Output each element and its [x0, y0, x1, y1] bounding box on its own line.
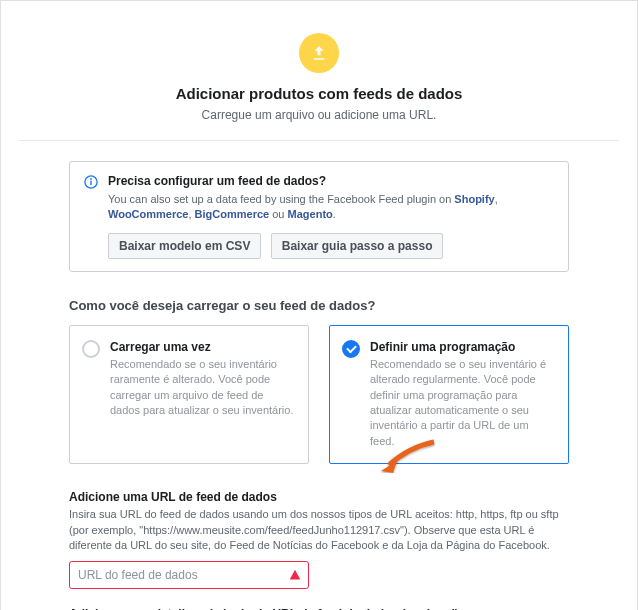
option-schedule[interactable]: Definir uma programação Recomendado se o… [329, 325, 569, 464]
page-title: Adicionar produtos com feeds de dados [19, 85, 619, 102]
info-icon [84, 175, 98, 189]
upload-icon [299, 33, 339, 73]
option-once-title: Carregar uma vez [110, 340, 294, 354]
download-csv-button[interactable]: Baixar modelo em CSV [108, 233, 261, 259]
option-schedule-desc: Recomendado se o seu inventário é altera… [370, 357, 554, 449]
feed-url-input[interactable] [69, 561, 309, 589]
download-guide-button[interactable]: Baixar guia passo a passo [271, 233, 444, 259]
link-magento[interactable]: Magento [288, 208, 333, 220]
link-bigcommerce[interactable]: BigCommerce [195, 208, 270, 220]
option-once-desc: Recomendado se o seu inventário rarament… [110, 357, 294, 419]
info-title: Precisa configurar um feed de dados? [108, 174, 554, 188]
link-woocommerce[interactable]: WooCommerce [108, 208, 188, 220]
radio-checked-icon [342, 340, 360, 358]
page-header: Adicionar produtos com feeds de dados Ca… [19, 1, 619, 141]
svg-point-1 [90, 178, 92, 180]
svg-rect-2 [90, 181, 91, 185]
option-upload-once[interactable]: Carregar uma vez Recomendado se o seu in… [69, 325, 309, 464]
url-field-desc: Insira sua URL do feed de dados usando u… [69, 507, 569, 553]
info-box: Precisa configurar um feed de dados? You… [69, 161, 569, 272]
info-text: You can also set up a data feed by using… [108, 192, 554, 223]
page-subtitle: Carregue um arquivo ou adicione uma URL. [19, 108, 619, 122]
warning-icon [289, 569, 301, 581]
link-shopify[interactable]: Shopify [454, 193, 494, 205]
radio-unchecked-icon [82, 340, 100, 358]
option-schedule-title: Definir uma programação [370, 340, 554, 354]
url-field-label: Adicione uma URL de feed de dados [69, 490, 569, 504]
upload-question: Como você deseja carregar o seu feed de … [69, 298, 569, 313]
